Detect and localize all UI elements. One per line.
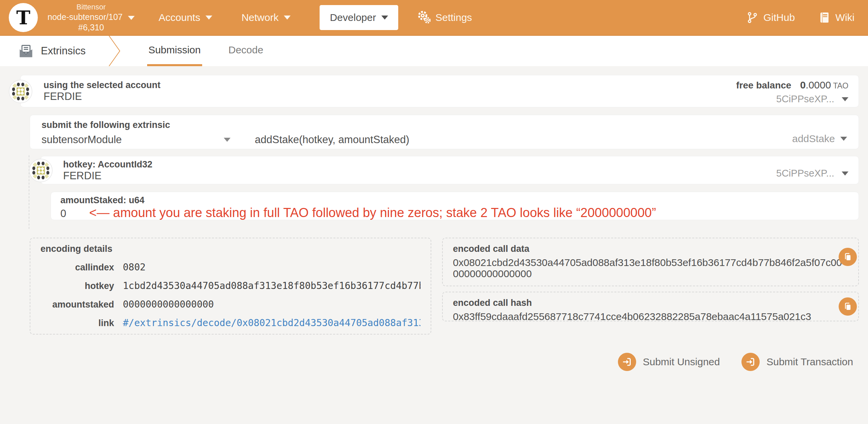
extrinsics-submission-page: using the selected account FERDIE free b… [0,66,868,371]
detail-row-hotkey: hotkey 1cbd2d43530a44705ad088af313e18f80… [40,280,421,291]
encoded-call-data-box: encoded call data 0x08021cbd2d43530a4470… [442,238,859,286]
chevron-down-icon [381,16,388,20]
block-number: #6,310 [44,22,138,33]
chevron-down-icon [840,137,847,141]
amount-staked-row: amountStaked: u64 0 <— amount you are st… [51,192,859,220]
github-link[interactable]: GitHub [746,11,795,24]
git-branch-icon [746,11,759,24]
encoding-details-title: encoding details [40,244,421,254]
encoded-call-data-value: 0x08021cbd2d43530a44705ad088af313e18f80b… [453,257,848,279]
copy-icon [843,252,853,262]
hotkey-account-name: FERDIE [63,170,847,182]
account-address-dropdown[interactable]: 5CiPPseXP... [736,94,848,105]
chevron-down-icon [842,97,848,101]
account-name: FERDIE [44,90,847,103]
detail-row-amountstaked: amountstaked 0000000000000000 [40,299,421,310]
menu-settings[interactable]: Settings [417,10,472,25]
wiki-link[interactable]: Wiki [818,11,855,24]
menu-accounts[interactable]: Accounts [159,12,212,23]
detail-row-callindex: callindex 0802 [40,262,421,273]
method-select[interactable]: addStake [792,133,847,144]
section-title-extrinsics: Extrinsics [19,36,86,66]
logo-letter: T [16,6,30,29]
bittensor-logo[interactable]: T [9,3,38,32]
chevron-down-icon [128,16,135,20]
copy-call-data-button[interactable] [839,248,857,266]
encoded-call-hash-label: encoded call hash [453,298,848,308]
chain-selector[interactable]: Bittensor node-subtensor/107 #6,310 [44,2,138,33]
menu-network[interactable]: Network [241,12,291,23]
menu-developer[interactable]: Developer [320,5,398,30]
hotkey-label: hotkey: AccountId32 [63,159,847,170]
extrinsic-select-label: submit the following extrinsic [42,120,847,130]
module-select[interactable]: subtensorModule [42,134,230,146]
action-buttons: Submit Unsigned Submit Transaction [0,353,853,371]
main-menu: Accounts Network Developer Settings [159,5,501,30]
chain-name: Bittensor [44,2,138,12]
account-identicon [9,80,32,103]
gears-icon [417,10,431,25]
amount-staked-label: amountStaked: u64 [60,195,847,206]
encoded-call-data-label: encoded call data [453,244,848,254]
tab-submission[interactable]: Submission [147,36,202,66]
chevron-down-icon [206,16,212,20]
free-balance: free balance0.0000TAO [736,79,848,91]
amount-staked-input[interactable]: 0 [60,208,66,220]
hotkey-param-row[interactable]: hotkey: AccountId32 FERDIE 5CiPPseXP... [40,156,859,184]
hotkey-address-dropdown[interactable]: 5CiPPseXP... [776,168,848,179]
sign-in-icon [741,353,760,371]
extrinsic-params: hotkey: AccountId32 FERDIE 5CiPPseXP... … [29,155,868,229]
sign-in-icon [618,353,636,371]
book-icon [818,11,831,24]
tab-decode[interactable]: Decode [227,36,265,66]
top-nav-bar: T Bittensor node-subtensor/107 #6,310 Ac… [0,0,868,36]
encoded-call-hash-value: 0x83ff59cdaaafd255687718c7741cce4b062328… [453,311,848,322]
node-name: node-subtensor/107 [48,12,123,22]
tab-bar: Extrinsics Submission Decode [0,36,868,66]
submit-unsigned-button[interactable]: Submit Unsigned [618,353,720,371]
chevron-down-icon [224,138,230,142]
chevron-down-icon [284,16,291,20]
copy-icon [843,301,853,312]
envelope-icon [19,44,33,58]
breadcrumb-chevron [108,36,122,66]
amount-annotation: <— amount you are staking in full TAO fo… [89,206,656,220]
detail-row-link: link #/extrinsics/decode/0x08021cbd2d435… [40,317,421,328]
copy-call-hash-button[interactable] [839,297,857,316]
account-select-row[interactable]: using the selected account FERDIE free b… [20,75,859,107]
decode-link[interactable]: #/extrinsics/decode/0x08021cbd2d43530a44… [123,317,421,328]
method-signature: addStake(hotkey, amountStaked) [255,134,409,146]
encoding-details-box: encoding details callindex 0802 hotkey 1… [30,238,431,335]
submit-transaction-button[interactable]: Submit Transaction [741,353,853,371]
extrinsic-select-row: submit the following extrinsic subtensor… [30,115,859,149]
hotkey-identicon [29,159,53,182]
chevron-down-icon [842,171,848,176]
encoded-call-hash-box: encoded call hash 0x83ff59cdaaafd2556877… [442,292,859,321]
account-select-label: using the selected account [44,80,847,90]
